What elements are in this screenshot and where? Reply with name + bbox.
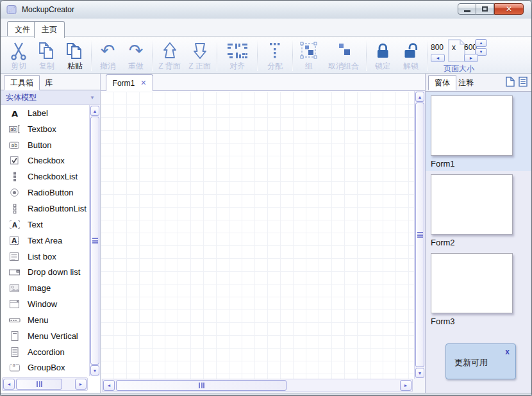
toolbox-item-textbox[interactable]: ab Textbox <box>1 121 89 137</box>
group-icon <box>299 40 319 61</box>
undo-label: 撤消 <box>100 61 115 71</box>
button-icon: ab <box>8 140 22 151</box>
form3-list-item[interactable]: Form3 <box>426 250 531 329</box>
form3-thumbnail[interactable] <box>431 253 513 313</box>
form2-thumbnail[interactable] <box>431 174 513 235</box>
close-button[interactable]: ✕ <box>494 3 524 15</box>
paste-button[interactable]: 粘贴 <box>61 38 89 72</box>
toolbox-item-checkbox[interactable]: Checkbox <box>1 153 89 169</box>
toolbox-item-accordion[interactable]: Accordion <box>1 344 89 360</box>
toolbox-item-radiobutton[interactable]: RadioButton <box>1 185 89 201</box>
unlock-button[interactable]: 解锁 <box>397 38 425 72</box>
redo-button[interactable]: ↷ 重做 <box>122 38 150 72</box>
toolbox-item-menu[interactable]: Menu <box>1 312 89 328</box>
ungroup-icon <box>333 40 354 61</box>
scroll-down-button[interactable]: ▼ <box>90 365 99 375</box>
scroll-left-icon: ◄ <box>107 383 112 388</box>
scrollbar-thumb[interactable] <box>116 380 287 391</box>
minimize-button[interactable] <box>458 3 476 15</box>
toolbox-item-window[interactable]: Window <box>1 296 89 312</box>
spin-up-button[interactable]: ▲ <box>475 39 487 47</box>
toolbox-item-groupbox[interactable]: a GroupBox <box>1 360 89 376</box>
toolbox-item-textarea[interactable]: A Text Area <box>1 233 89 249</box>
scrollbar-thumb[interactable] <box>415 103 424 367</box>
toolbox-item-image[interactable]: Image <box>1 280 89 296</box>
toolbox-item-radiobuttonlist[interactable]: RadioButtonList <box>1 201 89 217</box>
toolbox-item-menuvertical[interactable]: Menu Vertical <box>1 328 89 344</box>
spin-up-icon: ▲ <box>479 41 483 45</box>
form2-list-item[interactable]: Form2 <box>426 171 531 250</box>
update-notification[interactable]: 更新可用 x <box>445 343 516 379</box>
group-button[interactable]: 组 <box>295 38 323 72</box>
toolbox-item-text[interactable]: A Text <box>1 217 89 233</box>
tab-forms[interactable]: 窗体 <box>428 75 456 90</box>
thumb-grip-icon <box>417 232 423 238</box>
ungroup-button[interactable]: 取消组合 <box>323 38 364 72</box>
tab-forms-label: 窗体 <box>435 78 450 88</box>
notification-close-icon[interactable]: x <box>505 347 510 356</box>
bring-to-front-button[interactable]: Z 正面 <box>185 38 215 72</box>
scroll-right-button[interactable]: ► <box>75 379 87 390</box>
form1-list-item[interactable]: Form1 <box>426 92 531 171</box>
svg-text:A: A <box>12 237 17 244</box>
form1-thumbnail[interactable] <box>431 95 513 156</box>
toolbox-item-dropdownlist[interactable]: Drop down list <box>1 264 89 280</box>
toolbox-item-label[interactable]: A Label <box>1 105 89 121</box>
scroll-right-button[interactable]: ► <box>400 380 411 391</box>
send-to-back-button[interactable]: Z 背面 <box>154 38 185 72</box>
scroll-left-icon: ◄ <box>7 382 12 386</box>
undo-button[interactable]: ↶ 撤消 <box>94 38 122 72</box>
toolbox-vertical-scrollbar[interactable]: ▲ ▼ <box>89 105 100 376</box>
distribute-button[interactable]: 分配 <box>260 38 290 72</box>
maximize-button[interactable] <box>476 3 494 15</box>
cut-button[interactable]: 剪切 <box>4 38 33 72</box>
scroll-up-button[interactable]: ▲ <box>90 106 99 116</box>
tab-notes[interactable]: 注释 <box>453 75 479 90</box>
tab-library[interactable]: 库 <box>39 75 58 90</box>
align-button[interactable]: 对齐 <box>219 38 255 72</box>
group-label: 组 <box>305 61 313 71</box>
scroll-left-button[interactable]: ◄ <box>3 379 15 390</box>
unlock-icon <box>401 40 420 61</box>
tab-home[interactable]: 主页 <box>34 21 65 38</box>
thumb-grip-icon <box>92 238 98 243</box>
maximize-icon <box>482 6 488 12</box>
spin-left-button[interactable]: ◄ <box>431 54 445 62</box>
form1-document-tab[interactable]: Form1 ✕ <box>106 74 153 91</box>
scroll-up-button[interactable]: ▲ <box>415 92 424 102</box>
window-controls: ✕ <box>458 3 524 15</box>
scroll-down-button[interactable]: ▼ <box>415 368 424 378</box>
tab-close-icon[interactable]: ✕ <box>140 79 146 87</box>
scroll-left-button[interactable]: ◄ <box>103 380 115 391</box>
category-label: 实体模型 <box>6 92 90 103</box>
toolbox-item-text: Menu Vertical <box>28 331 78 341</box>
toolbox-item-listbox[interactable]: List box <box>1 249 89 265</box>
toolbox-item-checkboxlist[interactable]: CheckboxList <box>1 169 89 185</box>
tab-toolbox[interactable]: 工具箱 <box>4 75 40 90</box>
app-icon <box>6 4 17 15</box>
arrow-down-outline-icon <box>190 40 210 61</box>
page-width-value[interactable]: 800 <box>431 43 444 52</box>
dropdownlist-icon <box>8 267 22 277</box>
svg-text:A: A <box>12 108 18 118</box>
spin-right-button[interactable]: ► <box>464 54 478 62</box>
new-form-button[interactable] <box>506 76 515 87</box>
toolbox-item-button[interactable]: ab Button <box>1 137 89 153</box>
category-dropdown[interactable]: 实体模型 ▼ <box>1 90 100 105</box>
tab-file[interactable]: 文件 <box>7 21 38 37</box>
lock-button[interactable]: 锁定 <box>369 38 397 72</box>
toolbox-item-text: Window <box>28 299 57 309</box>
scrollbar-thumb[interactable] <box>16 379 62 390</box>
lock-icon <box>373 40 392 61</box>
forms-panel-actions <box>506 76 528 87</box>
toolbox-tab-row: 工具箱 库 <box>1 74 100 90</box>
canvas-vertical-scrollbar[interactable]: ▲ ▼ <box>414 91 425 379</box>
toolbox-horizontal-scrollbar[interactable]: ◄ ► <box>2 377 88 391</box>
ribbon-tab-row: 文件 主页 <box>1 19 531 37</box>
design-canvas[interactable] <box>101 91 414 379</box>
canvas-horizontal-scrollbar[interactable]: ◄ ► <box>102 379 413 392</box>
scrollbar-thumb[interactable] <box>90 117 99 365</box>
copy-button[interactable]: 复制 <box>33 38 61 72</box>
toolbox-item-text: Image <box>28 283 51 293</box>
form-list-button[interactable] <box>519 76 528 87</box>
